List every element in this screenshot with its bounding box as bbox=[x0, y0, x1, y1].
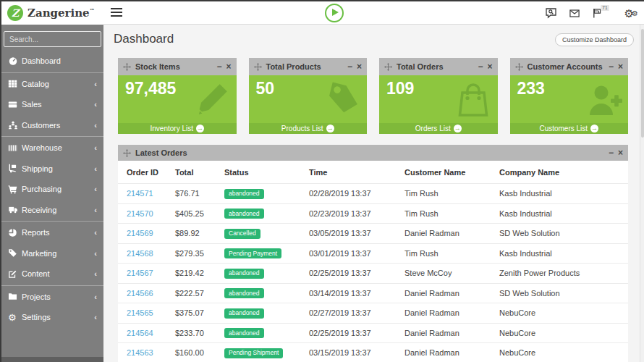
orders-list-link[interactable]: Orders List → bbox=[379, 123, 498, 134]
order-time: 02/23/2019 13:37 bbox=[306, 203, 402, 224]
order-time: 03/15/2019 13:37 bbox=[306, 343, 402, 362]
play-button[interactable] bbox=[325, 4, 344, 22]
sidebar-item-warehouse[interactable]: Warehouse ‹ bbox=[1, 138, 103, 159]
order-id-link[interactable]: 214568 bbox=[127, 249, 153, 258]
customize-dashboard-button[interactable]: Customize Dashboard bbox=[555, 33, 634, 46]
vertical-scrollbar[interactable] bbox=[640, 25, 644, 362]
close-button[interactable]: × bbox=[226, 62, 231, 71]
chevron-left-icon: ‹ bbox=[94, 269, 97, 278]
order-time: 03/01/2019 13:37 bbox=[306, 243, 402, 264]
col-customer-name: Customer Name bbox=[402, 161, 496, 184]
sidebar-item-catalog[interactable]: Catalog ‹ bbox=[1, 74, 103, 95]
latest-orders-panel: Latest Orders − × Order ID Total Status … bbox=[118, 145, 628, 362]
move-icon[interactable] bbox=[384, 63, 392, 71]
status-badge: abandoned bbox=[224, 189, 264, 199]
sidebar-item-settings[interactable]: ⚙ Settings ‹ bbox=[1, 307, 103, 328]
search-input[interactable] bbox=[4, 32, 101, 46]
move-icon[interactable] bbox=[123, 149, 131, 157]
brand-logo-icon: Z bbox=[7, 5, 23, 21]
close-button[interactable]: × bbox=[618, 62, 623, 71]
minimize-button[interactable]: − bbox=[609, 62, 614, 71]
order-id-link[interactable]: 214567 bbox=[127, 269, 153, 277]
customer-name: Tim Rush bbox=[402, 203, 496, 224]
status-badge: abandoned bbox=[224, 288, 264, 298]
sidebar-item-projects[interactable]: Projects ‹ bbox=[1, 287, 103, 308]
menu-divider bbox=[1, 72, 103, 73]
tag-icon bbox=[323, 79, 363, 121]
customer-name: Daniel Radman bbox=[402, 283, 496, 303]
chat-search-icon[interactable] bbox=[545, 7, 557, 19]
chevron-left-icon: ‹ bbox=[94, 164, 97, 173]
status-badge: Cancelled bbox=[224, 229, 260, 239]
company-name: SD Web Solution bbox=[496, 283, 628, 303]
flag-icon[interactable]: 71 bbox=[592, 7, 603, 19]
order-total: $279.35 bbox=[172, 243, 221, 264]
total-orders-value: 109 bbox=[386, 79, 414, 98]
sidebar-item-marketing[interactable]: Marketing ‹ bbox=[1, 243, 103, 264]
customer-name: Tim Rush bbox=[402, 184, 496, 204]
move-icon[interactable] bbox=[123, 63, 131, 71]
grid-icon bbox=[8, 79, 22, 88]
menu-divider bbox=[1, 136, 103, 137]
sidebar-item-content[interactable]: Content ‹ bbox=[1, 264, 103, 285]
scrollbar-thumb[interactable] bbox=[641, 29, 644, 138]
move-icon[interactable] bbox=[515, 63, 523, 71]
gear-icon: ⚙ bbox=[8, 313, 22, 322]
sidebar-item-reports[interactable]: Reports ‹ bbox=[1, 222, 103, 243]
arrow-right-icon: → bbox=[326, 125, 334, 132]
chevron-left-icon: ‹ bbox=[94, 185, 97, 193]
widget-body: 109 bbox=[379, 75, 498, 123]
status-badge: Pending Shipment bbox=[224, 348, 283, 358]
cart-icon bbox=[8, 185, 22, 194]
order-id-link[interactable]: 214563 bbox=[127, 348, 153, 357]
status-badge: abandoned bbox=[224, 328, 264, 338]
sidebar-item-purchasing[interactable]: Purchasing ‹ bbox=[1, 179, 103, 200]
widget-header: Stock Items − × bbox=[118, 58, 237, 75]
close-button[interactable]: × bbox=[487, 62, 492, 71]
chevron-left-icon: ‹ bbox=[94, 143, 97, 152]
menu-divider bbox=[1, 285, 103, 286]
order-id-link[interactable]: 214565 bbox=[127, 308, 153, 317]
mail-icon[interactable] bbox=[569, 8, 580, 19]
minimize-button[interactable]: − bbox=[216, 62, 221, 71]
order-id-link[interactable]: 214571 bbox=[127, 189, 153, 198]
chevron-left-icon: ‹ bbox=[94, 313, 97, 321]
order-id-link[interactable]: 214570 bbox=[127, 209, 153, 218]
panel-header: Latest Orders − × bbox=[118, 145, 628, 161]
brand-logo[interactable]: Z Zangerine™ bbox=[1, 1, 103, 25]
products-list-link[interactable]: Products List → bbox=[249, 123, 368, 134]
sidebar-item-shipping[interactable]: Shipping ‹ bbox=[1, 159, 103, 180]
status-badge: abandoned bbox=[224, 209, 264, 219]
widget-header: Customer Accounts − × bbox=[510, 58, 629, 75]
order-total: $405.25 bbox=[172, 203, 221, 224]
move-icon[interactable] bbox=[254, 63, 262, 71]
minimize-button[interactable]: − bbox=[347, 62, 352, 71]
sidebar-item-customers[interactable]: Customers ‹ bbox=[1, 115, 103, 136]
flag-badge: 71 bbox=[601, 5, 609, 11]
widget-body: 233 bbox=[510, 75, 629, 123]
dolly-icon bbox=[8, 164, 22, 173]
minimize-button[interactable]: − bbox=[609, 148, 614, 157]
order-total: $160.00 bbox=[172, 343, 221, 362]
customer-name: Daniel Radman bbox=[402, 224, 496, 244]
company-name: NebuCore bbox=[496, 343, 628, 362]
menu-toggle-icon[interactable] bbox=[111, 8, 122, 19]
sidebar-item-receiving[interactable]: Receiving ‹ bbox=[1, 200, 103, 221]
topbar: Z Zangerine™ 71 ⚙⚙ bbox=[1, 1, 644, 25]
minimize-button[interactable]: − bbox=[478, 62, 483, 71]
order-id-link[interactable]: 214566 bbox=[127, 289, 153, 298]
inventory-list-link[interactable]: Inventory List → bbox=[118, 123, 237, 134]
sidebar-item-dashboard[interactable]: Dashboard bbox=[1, 51, 103, 72]
customer-accounts-value: 233 bbox=[517, 79, 545, 98]
table-header-row: Order ID Total Status Time Customer Name… bbox=[118, 161, 628, 184]
order-total: $233.70 bbox=[172, 323, 221, 343]
customers-list-link[interactable]: Customers List → bbox=[510, 123, 629, 134]
company-name: Kasb Industrial bbox=[496, 243, 628, 264]
settings-gears-icon[interactable]: ⚙⚙ bbox=[624, 8, 638, 19]
sidebar-item-sales[interactable]: Sales ‹ bbox=[1, 94, 103, 115]
close-button[interactable]: × bbox=[357, 62, 362, 71]
brand-name: Zangerine™ bbox=[27, 7, 95, 20]
order-id-link[interactable]: 214564 bbox=[127, 329, 153, 337]
close-button[interactable]: × bbox=[618, 148, 623, 157]
order-id-link[interactable]: 214569 bbox=[127, 229, 153, 237]
